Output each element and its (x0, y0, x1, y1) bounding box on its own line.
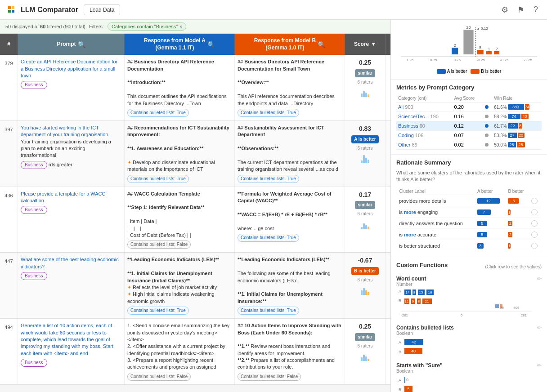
a-better-bar: 12 (477, 198, 500, 204)
custom-functions-section: Custom Functions (Click row to see the v… (391, 257, 547, 392)
cat-name[interactable]: Coding 106 (396, 131, 452, 140)
score-sort-icon[interactable]: ▼ (371, 41, 376, 48)
svg-text:-0.25: -0.25 (477, 58, 485, 62)
expand-icon[interactable] (531, 243, 538, 249)
cat-name[interactable]: Science/Tec... 190 (396, 112, 452, 121)
mini-chart (361, 286, 369, 295)
cat-name[interactable]: Business 60 (396, 121, 452, 131)
prompt-link[interactable]: Generate a list of 10 action items, each… (21, 323, 113, 356)
contains-badge-b: Contains bulleted lists: False (238, 373, 301, 381)
a-better-bar: 5 (477, 221, 487, 226)
win-a-bar: 22 (508, 123, 518, 129)
win-rate: 50.0% 28 28 (492, 140, 542, 150)
metrics-section: Metrics by Prompt Category Category (cnt… (391, 80, 547, 155)
bulleted-lists-function[interactable]: Contains bulleted lists Boolean ✏ A 42 B… (396, 325, 542, 357)
win-a-bar: 383 (508, 104, 524, 110)
help-button[interactable]: ? (532, 3, 540, 16)
starts-with-sure-edit-icon[interactable]: ✏ (537, 362, 542, 369)
col-b-better: B better (506, 188, 528, 195)
category-tag: Business (21, 206, 47, 214)
metrics-row[interactable]: All 900 0.20 61.6% 383 74 (396, 102, 542, 112)
a-better-bar-cell: 12 (475, 196, 506, 206)
custom-functions-title: Custom Functions (396, 262, 448, 268)
expand-icon[interactable] (531, 232, 538, 238)
expand-icon[interactable] (531, 209, 538, 215)
word-count-chart: A 14 8 15 16 B 11 9 8 (396, 289, 536, 318)
model-a-search-icon[interactable]: 🔍 (207, 40, 215, 49)
b-better-bar: 6 (508, 198, 519, 204)
prompt-link[interactable]: What are some of the best leading econom… (21, 257, 119, 269)
starts-with-sure-function[interactable]: Starts with "Sure" Boolean ✏ A 0 B 5 (396, 362, 542, 392)
svg-text:281: 281 (521, 313, 527, 317)
category-tag: Business (21, 81, 47, 89)
starts-with-sure-label: Starts with "Sure" (396, 362, 443, 369)
svg-rect-1 (12, 6, 14, 9)
custom-functions-subtitle: (Click row to see the values) (485, 264, 542, 269)
category-tag: Business (21, 272, 47, 280)
display-summary: 50 displayed of 60 filtered (900 total) (5, 24, 85, 29)
expand-icon[interactable] (531, 198, 538, 204)
rationale-table: Cluster Label A better B better provides… (396, 187, 542, 252)
win-rate-bars: 61.6% 383 74 (494, 104, 540, 110)
word-count-edit-icon[interactable]: ✏ (537, 276, 542, 282)
word-count-function[interactable]: Word count Number ✏ A 14 8 15 16 (396, 276, 542, 319)
contains-badge-a: Contains bulleted lists: False (127, 373, 191, 381)
row-score: 0.25 similar 6 raters (345, 55, 386, 120)
row-num: 494 (0, 319, 18, 384)
contains-badge-a: Contains bulleted lists: True (127, 307, 189, 315)
score-badge: similar (355, 333, 375, 341)
row-prompt: Generate a list of 10 action items, each… (18, 319, 125, 384)
prompt-link[interactable]: Please provide a template for a WACC cal… (21, 191, 106, 203)
svg-text:0: 0 (461, 313, 463, 317)
svg-rect-12 (486, 51, 492, 54)
win-b-bar: 8 (519, 123, 522, 129)
prompt-link[interactable]: Create an API Reference Documentation fo… (21, 59, 117, 78)
svg-rect-2 (8, 10, 11, 13)
bulleted-lists-edit-icon[interactable]: ✏ (537, 325, 542, 331)
row-num: 379 (0, 55, 18, 120)
filter-chip[interactable]: Categories contain "Business" × (108, 22, 186, 31)
win-rate: 61.6% 383 74 (492, 102, 542, 112)
filter-chip-close[interactable]: × (179, 24, 182, 29)
table-row: 397 You have started working in the ICT … (0, 121, 390, 187)
model-b-search-icon[interactable]: 🔍 (318, 40, 325, 49)
win-rate-bars: 61.7% 22 8 (494, 123, 540, 129)
svg-text:1: 1 (488, 47, 490, 51)
cat-name[interactable]: Other 89 (396, 140, 452, 150)
settings-button[interactable]: ⚙ (499, 3, 510, 17)
row-extra (386, 55, 390, 120)
metrics-row[interactable]: Other 89 0.02 50.0% 28 28 (396, 140, 542, 150)
svg-text:409: 409 (513, 306, 520, 310)
a-better-bar-cell: 5 (475, 230, 506, 240)
score-dot-cell (483, 131, 492, 140)
table-body[interactable]: 379 Create an API Reference Documentatio… (0, 55, 390, 392)
load-data-button[interactable]: Load Data (84, 4, 120, 15)
rationale-row: provides more details 12 6 (397, 196, 541, 206)
prompt-link[interactable]: You have started working in the ICT depa… (21, 125, 110, 137)
win-rate-bars: 58.2% 74 43 (494, 114, 540, 119)
starts-with-sure-type: Boolean (396, 369, 443, 374)
cat-name[interactable]: All 900 (396, 102, 452, 112)
col-cluster: Cluster Label (397, 188, 475, 195)
col-avg: Avg Score (452, 94, 483, 102)
row-response-b: **Formula for Weighted Average Cost of C… (235, 187, 345, 253)
metrics-row[interactable]: Science/Tec... 190 0.16 58.2% 74 43 (396, 112, 542, 121)
expand-icon[interactable] (531, 220, 538, 227)
win-b-bar: 74 (525, 104, 529, 110)
raters-count: 6 raters (358, 277, 373, 283)
legend-b: B is better (471, 69, 501, 74)
rationale-row: is more engaging 7 1 (397, 207, 541, 218)
row-response-b: **Leading Economic Indicators (LEIs)** T… (235, 253, 345, 318)
word-count-type: Number (396, 282, 426, 287)
b-better-bar-cell: 1 (506, 241, 528, 251)
metrics-row[interactable]: Business 60 0.12 61.7% 22 8 (396, 121, 542, 131)
b-better-bar: 2 (508, 232, 512, 237)
flag-button[interactable]: ⚑ (516, 3, 526, 17)
cluster-label: is better structured (397, 241, 475, 251)
metrics-row[interactable]: Coding 106 0.07 53.3% 27 20 (396, 131, 542, 140)
starts-with-sure-chart: A 0 B 5 (396, 375, 536, 392)
score-value: 0.25 (359, 322, 371, 331)
svg-rect-10 (477, 50, 484, 54)
prompt-search-icon[interactable]: 🔍 (78, 40, 85, 49)
rationale-section: Rationale Summary What are some clusters… (391, 155, 547, 257)
